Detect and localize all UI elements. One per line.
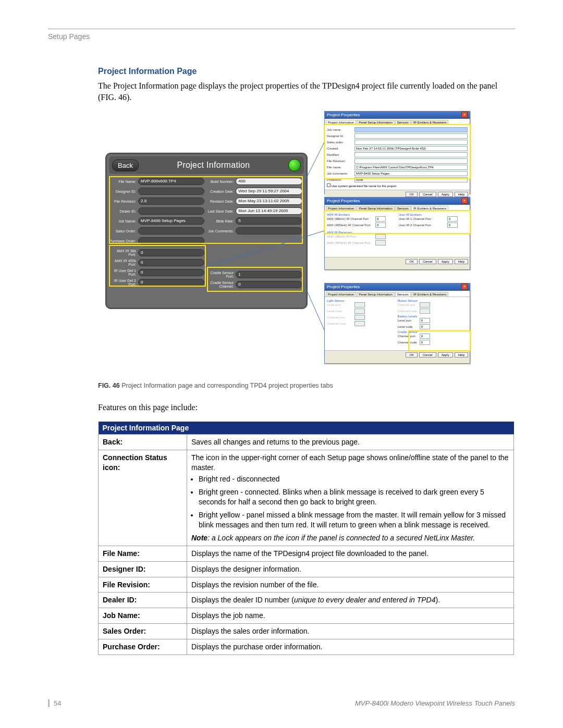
header-section: Setup Pages bbox=[48, 32, 515, 41]
table-value: The icon in the upper-right corner of ea… bbox=[187, 450, 514, 546]
dialog-title: Project Properties bbox=[327, 283, 360, 291]
dialog-field-value[interactable]: 0 bbox=[447, 223, 458, 228]
back-button[interactable]: Back bbox=[112, 159, 139, 171]
panel-field-value: 5 bbox=[236, 217, 302, 225]
dialog-tab[interactable]: IR Emitters & Receivers bbox=[411, 120, 449, 125]
dialog-button[interactable]: Help bbox=[455, 192, 468, 197]
dialog-field-value[interactable] bbox=[354, 140, 468, 145]
dialog-tab[interactable]: Sensors bbox=[395, 120, 411, 125]
panel-field-label: IR User Def 2 Port: bbox=[109, 279, 138, 286]
dialog-field-value[interactable] bbox=[354, 127, 468, 132]
dialog-tab[interactable]: Panel Setup Information bbox=[357, 206, 394, 211]
panel-field-label: Cradle Sensor Channel: bbox=[206, 281, 236, 288]
table-value: Displays the purchase order information. bbox=[187, 639, 514, 655]
dialog-button[interactable]: Cancel bbox=[419, 259, 436, 264]
dialog-button[interactable]: OK bbox=[406, 352, 418, 357]
table-value: Displays the name of the TPDesign4 proje… bbox=[187, 546, 514, 561]
dialog-field-label: User IR 2 Channel Port bbox=[399, 224, 446, 227]
dialog-field-label: Level port bbox=[327, 303, 353, 306]
dialog-field-value[interactable]: C:\Program Files\AMX Control Disc\TPDesi… bbox=[354, 165, 468, 170]
panel-field-label: IR User Def 1 Port: bbox=[109, 269, 138, 276]
panel-field-label: Sales Order: bbox=[109, 229, 138, 233]
panel-field-value: 1 bbox=[236, 271, 302, 278]
panel-field-value bbox=[138, 207, 204, 215]
panel-field-value: Wed Sep 29 11:59:27 2004 bbox=[236, 188, 302, 195]
dialog-field-value[interactable]: MVP-8400 Setup Pages bbox=[354, 171, 468, 176]
dialog-tab[interactable]: Sensors bbox=[395, 292, 411, 297]
intro-text: The Project Information page displays th… bbox=[98, 80, 515, 103]
table-key: Sales Order: bbox=[99, 624, 187, 639]
dialog-tab[interactable]: Sensors bbox=[395, 206, 411, 211]
panel-field-value bbox=[236, 227, 302, 235]
dialog-button[interactable]: Cancel bbox=[419, 352, 436, 357]
table-value: Displays the dealer ID number (unique to… bbox=[187, 593, 514, 608]
dialog-field-value[interactable]: 0 bbox=[420, 324, 430, 329]
panel-field-label: Purchase Order: bbox=[109, 239, 138, 243]
dialog-field-value bbox=[375, 240, 386, 245]
panel-field-label: Designer ID: bbox=[109, 190, 138, 193]
connection-status-icon[interactable] bbox=[288, 159, 301, 171]
dialog-field-label: Job name: bbox=[327, 128, 353, 131]
dialog-button[interactable]: Help bbox=[455, 352, 468, 357]
dialog-tab[interactable]: Project Information bbox=[326, 120, 356, 125]
panel-field-value bbox=[138, 188, 204, 195]
dialog-field-value[interactable] bbox=[354, 158, 468, 164]
dialog-field-value[interactable]: 0 bbox=[375, 216, 386, 221]
dialog-tab[interactable]: Panel Setup Information bbox=[357, 120, 394, 125]
dialog-button[interactable]: Help bbox=[455, 259, 468, 264]
dialog-field-label: Channel port bbox=[327, 316, 353, 319]
dialog-field-value[interactable]: 0 bbox=[375, 223, 386, 228]
dialog-tab[interactable]: Panel Setup Information bbox=[357, 292, 394, 297]
dialog-field-value[interactable] bbox=[354, 133, 468, 139]
dialog-field-label: AMX (455kHz) IR Channel Port bbox=[327, 224, 374, 227]
table-key: Dealer ID: bbox=[99, 593, 187, 608]
dialog-title: Project Properties bbox=[327, 112, 360, 119]
dialog-field-label: Job comments: bbox=[327, 172, 353, 175]
table-value: Displays the sales order information. bbox=[187, 624, 514, 639]
dialog-field-label: User IR 1 Channel Port bbox=[399, 217, 446, 220]
dialog-button[interactable]: Cancel bbox=[419, 192, 436, 197]
dialog-field-label: File Revision: bbox=[327, 159, 353, 163]
figure-area: Back Project Information File Name:MVP-8… bbox=[105, 111, 515, 377]
dialog-tab[interactable]: IR Emitters & Receivers bbox=[411, 292, 449, 297]
dialog-field-value[interactable]: 0 bbox=[420, 318, 430, 323]
table-key: File Revision: bbox=[99, 577, 187, 593]
dialog-button[interactable]: Apply bbox=[438, 192, 453, 197]
dialog-tab[interactable]: IR Emitters & Receivers bbox=[411, 206, 449, 211]
figure-caption: FIG. 46 Project Information page and cor… bbox=[98, 382, 515, 389]
panel-field-value: MVP-8400 Setup Pages bbox=[138, 217, 204, 225]
dialog-button[interactable]: Apply bbox=[438, 352, 453, 357]
close-icon[interactable]: × bbox=[461, 112, 468, 118]
features-table: Project Information Page Back:Saves all … bbox=[98, 422, 514, 655]
dialog-field-label: Level code bbox=[327, 310, 353, 313]
dialog-field-value[interactable]: 0 bbox=[420, 340, 430, 345]
project-properties-dialog-2: Project Properties× Project InformationP… bbox=[324, 197, 470, 270]
dialog-field-value[interactable] bbox=[354, 152, 468, 157]
panel-field-value: Mon May 23 13:11:02 2005 bbox=[236, 198, 302, 205]
dialog-field-value[interactable]: 0 bbox=[447, 216, 458, 221]
features-intro: Features on this page include: bbox=[98, 402, 515, 413]
panel-title: Project Information bbox=[142, 161, 285, 170]
dialog-field-label: Level code bbox=[398, 325, 418, 328]
panel-field-value bbox=[138, 227, 204, 235]
dialog-field-value[interactable]: none bbox=[354, 177, 468, 182]
dialog-checkbox-label[interactable]: Use system generated file name for the p… bbox=[327, 183, 468, 188]
panel-screenshot: Back Project Information File Name:MVP-8… bbox=[105, 153, 308, 309]
close-icon[interactable]: × bbox=[461, 198, 468, 204]
dialog-button[interactable]: OK bbox=[406, 259, 418, 264]
dialog-field-value bbox=[354, 309, 365, 314]
panel-field-value: 0 bbox=[138, 269, 204, 276]
dialog-field-label: Channel code bbox=[327, 322, 353, 325]
dialog-field-value[interactable]: 0 bbox=[420, 334, 430, 339]
panel-field-label: Dealer ID: bbox=[109, 209, 138, 213]
dialog-button[interactable]: Apply bbox=[438, 259, 453, 264]
table-key: Designer ID: bbox=[99, 561, 187, 577]
table-header: Project Information Page bbox=[99, 422, 514, 435]
dialog-field-value[interactable]: Mon Feb 27 14:53:11 2006 (TPDesign4 Buil… bbox=[354, 146, 468, 151]
dialog-button[interactable]: OK bbox=[406, 192, 418, 197]
panel-field-label: AMX IR 38k Port: bbox=[109, 249, 138, 256]
close-icon[interactable]: × bbox=[461, 283, 468, 290]
dialog-tab[interactable]: Project Information bbox=[326, 292, 356, 297]
panel-field-value: 400 bbox=[236, 178, 302, 185]
dialog-tab[interactable]: Project Information bbox=[326, 206, 356, 211]
